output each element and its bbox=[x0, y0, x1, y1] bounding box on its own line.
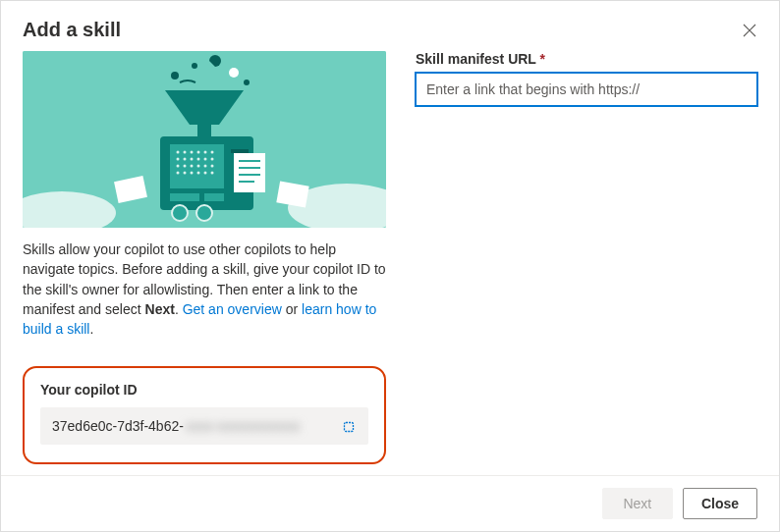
svg-point-11 bbox=[184, 151, 187, 154]
svg-rect-41 bbox=[204, 193, 224, 201]
svg-point-12 bbox=[191, 151, 194, 154]
svg-point-31 bbox=[197, 172, 200, 175]
svg-point-20 bbox=[204, 158, 207, 161]
svg-point-19 bbox=[197, 158, 200, 161]
svg-point-4 bbox=[171, 72, 179, 80]
copy-icon[interactable] bbox=[339, 417, 357, 435]
svg-point-26 bbox=[204, 165, 207, 168]
overview-link[interactable]: Get an overview bbox=[183, 301, 282, 317]
svg-rect-40 bbox=[170, 193, 199, 201]
copilot-id-label: Your copilot ID bbox=[40, 382, 368, 398]
svg-point-14 bbox=[204, 151, 207, 154]
close-icon[interactable] bbox=[742, 23, 757, 38]
svg-point-28 bbox=[177, 172, 180, 175]
svg-point-5 bbox=[192, 63, 197, 69]
description-bold: Next bbox=[145, 301, 175, 317]
description-end: . bbox=[89, 321, 93, 337]
svg-point-6 bbox=[229, 68, 239, 78]
close-button[interactable]: Close bbox=[683, 488, 757, 519]
dialog-title: Add a skill bbox=[23, 19, 121, 41]
svg-point-22 bbox=[177, 165, 180, 168]
svg-point-21 bbox=[211, 158, 214, 161]
svg-point-15 bbox=[211, 151, 214, 154]
svg-rect-3 bbox=[197, 125, 211, 136]
svg-point-42 bbox=[172, 205, 188, 221]
svg-point-29 bbox=[184, 172, 187, 175]
manifest-label-text: Skill manifest URL bbox=[416, 51, 536, 67]
svg-rect-35 bbox=[234, 153, 265, 192]
svg-point-13 bbox=[197, 151, 200, 154]
svg-point-23 bbox=[184, 165, 187, 168]
manifest-url-input[interactable] bbox=[416, 73, 757, 106]
description-or: or bbox=[282, 301, 302, 317]
required-indicator: * bbox=[540, 51, 545, 67]
dialog-footer: Next Close bbox=[1, 475, 779, 531]
skill-illustration bbox=[23, 51, 386, 228]
svg-point-27 bbox=[211, 165, 214, 168]
svg-point-25 bbox=[197, 165, 200, 168]
svg-point-24 bbox=[191, 165, 194, 168]
svg-point-32 bbox=[204, 172, 207, 175]
description-part2: . bbox=[175, 301, 183, 317]
copilot-id-hidden: xxxx-xxxxxxxxxxxx bbox=[186, 418, 301, 434]
svg-point-7 bbox=[244, 80, 250, 85]
svg-point-18 bbox=[191, 158, 194, 161]
svg-rect-34 bbox=[231, 149, 249, 153]
svg-point-16 bbox=[177, 158, 180, 161]
copilot-id-row: 37ed6e0c-7d3f-4b62-xxxx-xxxxxxxxxxxx bbox=[40, 407, 368, 445]
svg-point-17 bbox=[184, 158, 187, 161]
copilot-id-visible: 37ed6e0c-7d3f-4b62- bbox=[52, 418, 184, 434]
copilot-id-value: 37ed6e0c-7d3f-4b62-xxxx-xxxxxxxxxxxx bbox=[52, 418, 301, 434]
svg-point-10 bbox=[177, 151, 180, 154]
next-button[interactable]: Next bbox=[602, 488, 673, 519]
copilot-id-section: Your copilot ID 37ed6e0c-7d3f-4b62-xxxx-… bbox=[23, 366, 386, 464]
svg-point-30 bbox=[191, 172, 194, 175]
svg-point-43 bbox=[196, 205, 212, 221]
manifest-url-label: Skill manifest URL * bbox=[416, 51, 757, 67]
svg-point-33 bbox=[211, 172, 214, 175]
description-text: Skills allow your copilot to use other c… bbox=[23, 239, 386, 339]
